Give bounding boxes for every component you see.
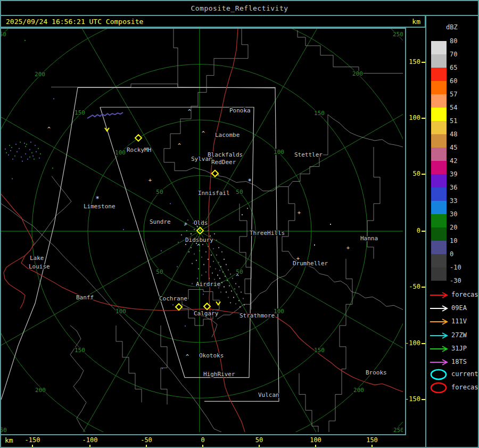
clutter-pixel <box>233 297 234 298</box>
clutter-pixel <box>241 291 242 292</box>
right-axis-tick-mark <box>422 62 425 63</box>
clutter-pixel <box>235 283 236 284</box>
clutter-pixel <box>214 279 215 280</box>
bottom-axis-tick-mark <box>89 445 90 447</box>
legend-ellipse-icon-current <box>429 368 450 381</box>
boundary-line <box>367 147 380 259</box>
asterisk-marker-icon: * <box>95 195 99 202</box>
radar-site-diamond-icon <box>176 304 182 310</box>
echo-pixel-green <box>24 40 26 41</box>
ring-label-50: 50 <box>156 268 163 275</box>
boundary-line <box>329 259 352 432</box>
ring-label-50: 50 <box>236 189 243 196</box>
clutter-pixel <box>205 272 207 273</box>
echo-pixel-purple <box>21 157 22 158</box>
right-axis-tick-label: -100 <box>405 339 420 347</box>
clutter-pixel <box>203 264 204 265</box>
colorbar-swatch-65 <box>431 68 447 81</box>
colorbar-value-label: 0 <box>450 250 453 258</box>
clutter-pixel <box>235 303 236 304</box>
ring-label-100: 100 <box>274 308 284 315</box>
right-axis-tick-mark <box>422 118 425 119</box>
ring-label-200: 200 <box>35 387 46 394</box>
echo-band <box>87 112 123 118</box>
echo-pixel-purple <box>22 161 23 162</box>
city-label-highriver: HighRiver <box>203 371 235 378</box>
colorbar-swatch-0 <box>431 254 447 267</box>
clutter-pixel <box>217 275 218 276</box>
right-axis-tick-mark <box>422 231 425 232</box>
clutter-pixel <box>236 294 237 295</box>
azimuth-line-60deg <box>200 29 345 231</box>
peak-marker-icon: ^ <box>197 243 200 249</box>
echo-pixel-purple <box>162 368 163 369</box>
echo-pixel-green <box>9 145 10 146</box>
clutter-pixel <box>232 278 233 279</box>
echo-pixel-green <box>29 157 30 158</box>
city-label-hanna: Hanna <box>360 235 378 242</box>
colorbar-swatch-51 <box>431 121 447 134</box>
clutter-pixel <box>181 234 182 235</box>
clutter-pixel <box>196 260 197 261</box>
radar-center-dot <box>199 230 201 232</box>
city-label-cochrane: Cochrane <box>159 295 187 302</box>
city-label-banff: Banff <box>76 294 94 301</box>
clutter-pixel <box>230 302 231 303</box>
city-label-blackfalds: Blackfalds <box>208 151 243 158</box>
echo-pixel-purple <box>5 149 6 150</box>
echo-pixel-purple <box>25 153 26 154</box>
colorbar-swatch-54 <box>431 108 447 121</box>
echo-pixel-purple <box>203 294 204 295</box>
legend-label: 18TS <box>451 358 467 365</box>
point-markers: ^^^^^^^^**+++++ <box>47 109 350 360</box>
city-label-innisfail: Innisfail <box>198 190 230 197</box>
echo-pixel-green <box>34 159 35 160</box>
legend-label: 09EA <box>451 304 467 312</box>
radar-map-canvas[interactable]: 5050505010010010010015015015015020020020… <box>1 29 403 432</box>
city-label-rockymh: RockyMH <box>127 146 151 153</box>
clutter-pixel <box>194 229 195 230</box>
colorbar-value-label: 60 <box>450 77 457 85</box>
echo-pixel-purple <box>10 150 11 151</box>
bottom-axis-tick-label: 100 <box>310 436 321 444</box>
clutter-pixel <box>202 244 203 245</box>
clutter-pixel <box>205 251 207 252</box>
colorbar-value-label: -30 <box>450 277 461 284</box>
city-label-reddeer: RedDeer <box>211 159 236 166</box>
clutter-pixel <box>201 257 202 258</box>
plus-marker-icon: + <box>148 177 152 183</box>
boundary-line <box>299 373 318 432</box>
clutter-pixel <box>240 306 241 307</box>
horizontal-axis-unit-label: km <box>5 436 13 444</box>
ring-label-200: 200 <box>353 387 364 394</box>
bottom-axis-tick-mark <box>202 445 203 447</box>
clutter-pixel <box>225 276 226 277</box>
echo-pixel-purple <box>197 278 198 279</box>
clutter-pixel <box>220 266 221 267</box>
city-label-brooks: Brooks <box>366 369 387 376</box>
echo-pixel-green <box>6 152 7 153</box>
peak-marker-icon: ^ <box>202 131 205 136</box>
city-label-drumheller: Drumheller <box>293 260 328 267</box>
clutter-pixel <box>187 219 188 221</box>
clutter-pixel <box>178 242 179 243</box>
clutter-pixel <box>231 290 232 291</box>
bottom-axis-tick-label: -100 <box>82 436 98 444</box>
colorbar-value-label: 39 <box>450 170 457 178</box>
right-axis-tick-label: 100 <box>409 114 420 121</box>
colorbar-swatch-10 <box>431 241 447 254</box>
colorbar-value-label: 42 <box>450 157 457 165</box>
city-label-didsbury: Didsbury <box>185 237 213 243</box>
echo-pixel-purple <box>185 325 186 327</box>
clutter-pixel <box>214 233 215 234</box>
colorbar-value-label: 48 <box>450 131 457 138</box>
city-label-lacombe: Lacombe <box>215 132 240 139</box>
clutter-pixel <box>212 273 213 274</box>
bottom-axis-tick-mark <box>259 445 260 447</box>
right-axis-tick-mark <box>422 399 425 400</box>
highway-line <box>210 309 403 392</box>
clutter-pixel <box>215 268 216 270</box>
ring-label-200: 200 <box>352 70 363 77</box>
dot-marker <box>330 224 331 225</box>
echo-pixel-purple <box>8 154 9 156</box>
